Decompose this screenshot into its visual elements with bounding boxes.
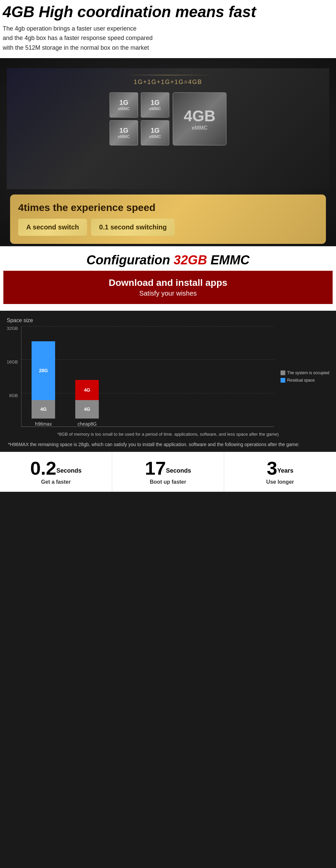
legend-blue-label: Residual space — [287, 378, 315, 382]
stat-years-unit: Years — [277, 467, 293, 474]
chip-big-size: 4GB — [184, 107, 216, 125]
y-axis: 32GB 16GB 8GB — [7, 326, 21, 427]
gridline-mid2 — [22, 393, 274, 393]
y-label-16: 16GB — [7, 360, 18, 364]
bar-cheap8g: 4G 4G cheap8G — [75, 380, 99, 427]
chip-4: 1G eMMC — [141, 120, 169, 146]
speed-title: 4times the experience speed — [18, 202, 318, 213]
y-label-32: 32GB — [7, 326, 18, 331]
bar-h96max-blue-label: 28G — [39, 367, 48, 375]
desc-line2: and the 4gb box has a faster response sp… — [3, 35, 153, 41]
bars-container: 28G 4G h96max 4G 4G che — [21, 326, 274, 427]
desc-line3: with the 512M storage in the normal box … — [3, 44, 149, 51]
chart-footnote: *8GB of memory is too small to be used f… — [7, 431, 329, 438]
chart-section: Space size 32GB 16GB 8GB 28G — [0, 311, 336, 452]
chip-2-type: eMMC — [149, 106, 161, 111]
bar-cheap8g-stack: 4G 4G — [75, 380, 99, 418]
chip-1: 1G eMMC — [110, 92, 138, 118]
legend-gray: The system is occupied — [280, 371, 329, 375]
chip-2: 1G eMMC — [141, 92, 169, 118]
chip-big: 4GB eMMC — [173, 92, 226, 146]
bar-h96max-gray: 4G — [32, 400, 55, 418]
stat-seconds-desc: Get a faster — [3, 479, 109, 485]
emmc-title-part1: Configuration — [86, 253, 174, 267]
chip-4-type: eMMC — [149, 134, 161, 139]
chips-grid: 1G eMMC 1G eMMC 1G eMMC 1G eMMC — [110, 92, 169, 146]
emmc-title: Configuration 32GB EMMC — [3, 253, 333, 268]
gridline-bottom — [22, 426, 274, 427]
gridline-top — [22, 326, 274, 327]
chips-container: 1G eMMC 1G eMMC 1G eMMC 1G eMMC 4GB e — [110, 92, 226, 146]
stat-years-desc: Use longer — [227, 479, 333, 485]
bar-h96max-gray-label: 4G — [40, 405, 47, 413]
header-section: 4GB High coordination means fast The 4gb… — [0, 0, 336, 58]
chart-container: 32GB 16GB 8GB 28G 4G — [7, 326, 329, 427]
bar-cheap8g-gray-label: 4G — [84, 405, 90, 413]
stat-years: 3Years Use longer — [224, 452, 336, 492]
bar-cheap8g-label: cheap8G — [78, 421, 97, 427]
stat-years-value: 3 — [267, 458, 277, 479]
switch-button[interactable]: A second switch — [18, 219, 87, 236]
y-label-8: 8GB — [9, 393, 18, 398]
stats-section: 0.2Seconds Get a faster 17Seconds Boot u… — [0, 452, 336, 492]
chip-1-type: eMMC — [118, 106, 130, 111]
stat-boot-unit: Seconds — [166, 467, 191, 474]
gridlines — [22, 326, 274, 427]
chart-footnote2: *H96MAX the remaining space is 28gb, whi… — [7, 441, 329, 448]
legend-gray-box — [280, 371, 285, 375]
chart-legend: The system is occupied Residual space — [280, 371, 329, 382]
bar-cheap8g-gray: 4G — [75, 400, 99, 418]
subtitle-text: The 4gb operation brings a faster user e… — [3, 24, 333, 53]
memory-section: 1G+1G+1G+1G=4GB 1G eMMC 1G eMMC 1G eMMC … — [0, 58, 336, 246]
emmc-subtitle-line2: Satisfy your wishes — [7, 289, 329, 297]
chip-big-type: eMMC — [191, 125, 207, 131]
memory-formula: 1G+1G+1G+1G=4GB — [134, 79, 202, 86]
stat-years-number: 3Years — [227, 459, 333, 478]
stat-boot-desc: Boot up faster — [116, 479, 221, 485]
emmc-subtitle-box: Download and install apps Satisfy your w… — [3, 271, 333, 304]
legend-blue: Residual space — [280, 378, 329, 382]
chart-label: Space size — [7, 317, 329, 323]
legend-gray-label: The system is occupied — [287, 371, 329, 375]
chip-1-size: 1G — [119, 99, 128, 106]
chip-3: 1G eMMC — [110, 120, 138, 146]
switching-button[interactable]: 0.1 second switching — [91, 219, 175, 236]
car-background: 1G+1G+1G+1G=4GB 1G eMMC 1G eMMC 1G eMMC … — [7, 68, 329, 189]
stat-boot-value: 17 — [145, 458, 166, 479]
chip-3-type: eMMC — [118, 134, 130, 139]
bar-h96max-stack: 28G 4G — [32, 341, 55, 418]
speed-buttons: A second switch 0.1 second switching — [18, 219, 318, 236]
emmc-section: Configuration 32GB EMMC Download and ins… — [0, 246, 336, 311]
main-title: 4GB High coordination means fast — [3, 3, 333, 21]
bar-cheap8g-red: 4G — [75, 380, 99, 400]
desc-line1: The 4gb operation brings a faster user e… — [3, 25, 136, 32]
stat-seconds-unit: Seconds — [56, 467, 82, 474]
emmc-title-part2: EMMC — [207, 253, 250, 267]
gold-divider — [124, 75, 212, 75]
stat-seconds-value: 0.2 — [30, 458, 56, 479]
stat-boot-number: 17Seconds — [116, 459, 221, 478]
legend-blue-box — [280, 378, 285, 382]
bar-cheap8g-red-label: 4G — [84, 386, 90, 394]
gridline-mid1 — [22, 360, 274, 360]
bar-h96max-label: h96max — [35, 421, 52, 427]
bar-h96max-blue: 28G — [32, 341, 55, 400]
chip-2-size: 1G — [151, 99, 160, 106]
chip-3-size: 1G — [119, 127, 128, 134]
speed-box: 4times the experience speed A second swi… — [10, 194, 326, 244]
bar-h96max: 28G 4G h96max — [32, 341, 55, 427]
stat-seconds-number: 0.2Seconds — [3, 459, 109, 478]
emmc-title-highlight: 32GB — [174, 253, 207, 267]
chip-4-size: 1G — [151, 127, 160, 134]
emmc-subtitle-line1: Download and install apps — [7, 277, 329, 288]
stat-seconds: 0.2Seconds Get a faster — [0, 452, 112, 492]
stat-boot: 17Seconds Boot up faster — [112, 452, 224, 492]
